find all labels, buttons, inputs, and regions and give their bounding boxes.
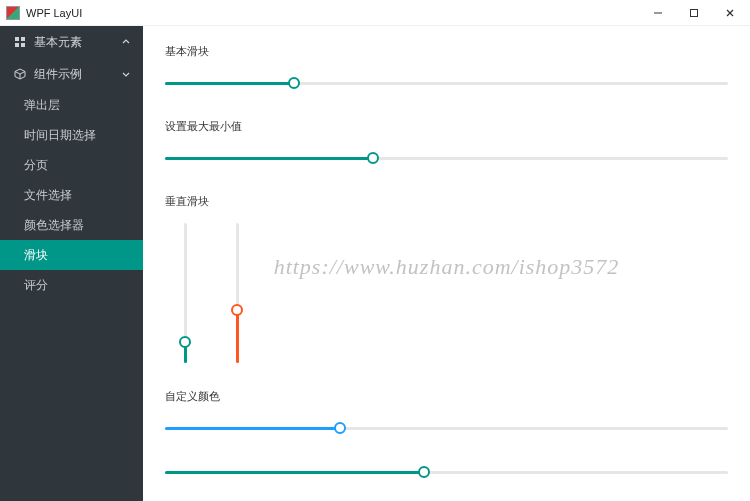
slider-fill [236, 310, 239, 363]
app-icon [6, 6, 20, 20]
close-button[interactable] [712, 0, 748, 26]
section-basic-slider: 基本滑块 [165, 44, 728, 93]
content-area: 基本滑块 设置最大最小值 垂直滑块 自定义颜色 [143, 26, 750, 501]
sidebar-item-5[interactable]: 滑块 [0, 240, 143, 270]
slider-vertical-0[interactable] [175, 223, 195, 363]
slider-track [165, 427, 728, 430]
window-title: WPF LayUI [26, 7, 82, 19]
sidebar-item-label: 文件选择 [24, 187, 72, 204]
slider-track [165, 157, 728, 160]
section-title: 自定义颜色 [165, 389, 728, 404]
sidebar-item-label: 滑块 [24, 247, 48, 264]
slider-track [236, 223, 239, 363]
slider-handle[interactable] [231, 304, 243, 316]
nav-group-label: 基本元素 [34, 34, 82, 51]
cube-icon [14, 68, 26, 80]
sidebar-item-6[interactable]: 评分 [0, 270, 143, 300]
slider-fill [165, 82, 294, 85]
nav-group-component-demo[interactable]: 组件示例 [0, 58, 143, 90]
section-vertical-slider: 垂直滑块 [165, 194, 728, 363]
section-minmax-slider: 设置最大最小值 [165, 119, 728, 168]
slider-handle[interactable] [367, 152, 379, 164]
slider-track [165, 82, 728, 85]
svg-line-10 [20, 72, 25, 75]
slider-handle[interactable] [334, 422, 346, 434]
sidebar-item-4[interactable]: 颜色选择器 [0, 210, 143, 240]
nav-group-basic-elements[interactable]: 基本元素 [0, 26, 143, 58]
sidebar-item-1[interactable]: 时间日期选择 [0, 120, 143, 150]
grid-icon [14, 36, 26, 48]
minimize-button[interactable] [640, 0, 676, 26]
slider-fill [165, 471, 424, 474]
svg-rect-1 [691, 9, 698, 16]
svg-line-9 [15, 72, 20, 75]
slider-handle[interactable] [288, 77, 300, 89]
maximize-button[interactable] [676, 0, 712, 26]
slider-track [184, 223, 187, 363]
section-title: 垂直滑块 [165, 194, 728, 209]
sidebar-item-label: 分页 [24, 157, 48, 174]
section-title: 基本滑块 [165, 44, 728, 59]
slider-basic[interactable] [165, 73, 728, 93]
chevron-down-icon [121, 69, 131, 79]
svg-rect-7 [21, 43, 25, 47]
chevron-up-icon [121, 37, 131, 47]
titlebar: WPF LayUI [0, 0, 750, 26]
slider-minmax[interactable] [165, 148, 728, 168]
slider-handle[interactable] [418, 466, 430, 478]
sidebar-item-label: 弹出层 [24, 97, 60, 114]
sidebar-item-3[interactable]: 文件选择 [0, 180, 143, 210]
sidebar-item-label: 时间日期选择 [24, 127, 96, 144]
svg-rect-6 [15, 43, 19, 47]
sidebar-item-0[interactable]: 弹出层 [0, 90, 143, 120]
svg-rect-4 [15, 37, 19, 41]
section-custom-color: 自定义颜色 [165, 389, 728, 501]
slider-track [165, 471, 728, 474]
sidebar-item-label: 颜色选择器 [24, 217, 84, 234]
slider-handle[interactable] [179, 336, 191, 348]
slider-vertical-1[interactable] [227, 223, 247, 363]
slider-fill [165, 157, 373, 160]
sidebar-item-2[interactable]: 分页 [0, 150, 143, 180]
slider-custom-0[interactable] [165, 418, 728, 438]
slider-fill [165, 427, 340, 430]
sidebar-item-label: 评分 [24, 277, 48, 294]
slider-custom-1[interactable] [165, 462, 728, 482]
section-title: 设置最大最小值 [165, 119, 728, 134]
sidebar: 基本元素 组件示例 弹出层时间日期选择分页文件选择颜色选择器滑块评分 [0, 26, 143, 501]
nav-group-label: 组件示例 [34, 66, 82, 83]
svg-rect-5 [21, 37, 25, 41]
